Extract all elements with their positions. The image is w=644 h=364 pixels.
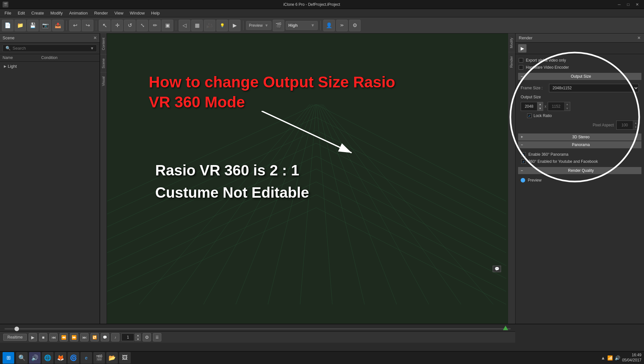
pixel-aspect-input[interactable] <box>617 121 633 129</box>
menu-create[interactable]: Create <box>28 10 47 16</box>
rotate-button[interactable]: ↺ <box>124 20 136 31</box>
output-size-section-header[interactable]: − Output Size <box>518 73 641 80</box>
fast-forward-button[interactable]: ⏩ <box>70 333 78 341</box>
menu-render[interactable]: Render <box>91 10 111 16</box>
minimize-button[interactable]: ─ <box>615 1 623 8</box>
taskbar-app-iclone[interactable]: 🎬 <box>93 352 105 364</box>
preview-radio[interactable] <box>521 178 525 182</box>
width-up-button[interactable]: ▲ <box>537 102 543 106</box>
lock-ratio-checkbox[interactable] <box>527 113 532 118</box>
stereo-3d-section-header[interactable]: + 3D Stereo <box>518 133 641 141</box>
user-icon-button[interactable]: 👤 <box>323 20 335 31</box>
menu-help[interactable]: Help <box>148 10 163 16</box>
timeline-settings-button[interactable]: ⚙ <box>143 333 151 341</box>
scene-panel-close-icon[interactable]: ✕ <box>93 35 97 40</box>
snap-button[interactable]: ▣ <box>162 20 173 31</box>
camera-button[interactable]: 🎥 <box>204 20 215 31</box>
open-button[interactable]: 📁 <box>14 20 26 31</box>
export-button[interactable]: 📤 <box>52 20 64 31</box>
menu-edit[interactable]: Edit <box>14 10 28 16</box>
frame-number-input[interactable] <box>121 333 134 341</box>
enable-360-row: Enable 360° Panorama <box>521 151 639 158</box>
taskbar-app-image[interactable]: 🖼 <box>119 352 131 364</box>
frame-down-button[interactable]: ▼ <box>135 337 141 341</box>
menu-modify[interactable]: Modify <box>47 10 66 16</box>
save-button[interactable]: 💾 <box>27 20 39 31</box>
realtime-button[interactable]: Realtime <box>3 334 27 341</box>
capture-button[interactable]: 📷 <box>40 20 51 31</box>
tray-network-icon[interactable]: ▲ <box>601 355 605 360</box>
timeline-list-button[interactable]: ☰ <box>153 333 161 341</box>
width-input[interactable] <box>521 102 537 111</box>
tree-item-light[interactable]: ▶ Light <box>3 63 97 70</box>
height-down-button[interactable]: ▼ <box>564 106 570 111</box>
stop-button[interactable]: ■ <box>39 333 47 341</box>
tray-wifi-icon[interactable]: 📶 <box>607 355 613 360</box>
tray-volume-icon[interactable]: 🔊 <box>615 355 620 360</box>
render-mode-icon[interactable]: ▶ <box>518 44 526 53</box>
quality-dropdown[interactable]: High ▼ <box>286 21 318 30</box>
pixel-aspect-up-button[interactable]: ▲ <box>633 121 639 125</box>
taskbar-app-ie[interactable]: 🌐 <box>42 352 53 364</box>
camera-icon-button[interactable]: 🎬 <box>273 20 284 31</box>
audio-button[interactable]: ♪ <box>111 333 119 341</box>
enable-360-checkbox[interactable] <box>521 152 526 157</box>
frame-size-select[interactable]: 2048x1152 1920x1080 1280x720 Custom <box>549 84 639 92</box>
frame-up-button[interactable]: ▲ <box>135 333 141 337</box>
tab-scene[interactable]: Scene <box>100 54 107 72</box>
taskbar-app-search[interactable]: 🔍 <box>16 352 28 364</box>
width-down-button[interactable]: ▼ <box>537 106 543 111</box>
height-input[interactable] <box>548 102 564 111</box>
tab-modify[interactable]: Modify <box>508 34 515 52</box>
export-alpha-checkbox[interactable] <box>519 58 523 63</box>
select-button[interactable]: ↖ <box>99 20 110 31</box>
menu-window[interactable]: Window <box>127 10 148 16</box>
taskbar-app-chrome[interactable]: 🌀 <box>68 352 79 364</box>
settings-button[interactable]: ⚙ <box>349 20 361 31</box>
timeline-thumb[interactable] <box>14 327 19 331</box>
next-frame-button[interactable]: ⏭ <box>80 333 89 341</box>
play-button[interactable]: ▶ <box>29 333 37 341</box>
menu-file[interactable]: File <box>1 10 14 16</box>
tab-visual[interactable]: Visual <box>100 72 107 90</box>
rewind-button[interactable]: ⏪ <box>60 333 68 341</box>
search-input[interactable] <box>13 46 90 51</box>
extras-button[interactable]: ≫ <box>336 20 348 31</box>
preview-dropdown[interactable]: Preview ▼ <box>246 21 271 30</box>
enable-360-youtube-checkbox[interactable] <box>521 159 526 164</box>
close-button[interactable]: ✕ <box>633 1 641 8</box>
tab-content[interactable]: Content <box>100 34 107 54</box>
taskbar-app-ie2[interactable]: e <box>80 352 92 364</box>
light-button[interactable]: 💡 <box>216 20 228 31</box>
panorama-section-header[interactable]: − Panorama <box>518 141 641 148</box>
terrain-button[interactable]: ◁ <box>179 20 190 31</box>
menu-animation[interactable]: Animation <box>66 10 91 16</box>
menu-view[interactable]: View <box>111 10 127 16</box>
paint-button[interactable]: ✏ <box>149 20 161 31</box>
height-up-button[interactable]: ▲ <box>564 102 570 106</box>
start-button[interactable]: ⊞ <box>3 352 14 364</box>
prev-frame-button[interactable]: ⏮ <box>49 333 58 341</box>
undo-button[interactable]: ↩ <box>69 20 81 31</box>
subtitle-icon[interactable]: 💬 <box>493 266 501 272</box>
render-panel-close-icon[interactable]: ✕ <box>637 35 641 40</box>
new-file-button[interactable]: 📄 <box>2 20 14 31</box>
search-dropdown-icon[interactable]: ▼ <box>90 46 94 51</box>
maximize-button[interactable]: □ <box>624 1 632 8</box>
hardware-encoder-checkbox[interactable] <box>519 65 523 70</box>
taskbar-app-folder[interactable]: 📂 <box>106 352 118 364</box>
loop-button[interactable]: 🔁 <box>90 333 99 341</box>
taskbar-app-speaker[interactable]: 🔊 <box>29 352 41 364</box>
pixel-aspect-down-button[interactable]: ▼ <box>633 125 639 129</box>
redo-button[interactable]: ↪ <box>82 20 93 31</box>
render-start-button[interactable]: ▶ <box>229 20 241 31</box>
scale-button[interactable]: ⤡ <box>137 20 148 31</box>
taskbar-app-firefox[interactable]: 🦊 <box>55 352 66 364</box>
enable-360-youtube-row: 360° Enabled for Youtube and Facebook <box>521 158 639 165</box>
move-button[interactable]: ✛ <box>111 20 123 31</box>
tab-render-side[interactable]: Render <box>508 52 515 72</box>
render-quality-section-header[interactable]: − Render Quality <box>518 167 641 174</box>
grid-button[interactable]: ▦ <box>191 20 203 31</box>
timeline-track[interactable] <box>5 328 511 330</box>
subtitle-play-button[interactable]: 💬 <box>101 333 109 341</box>
